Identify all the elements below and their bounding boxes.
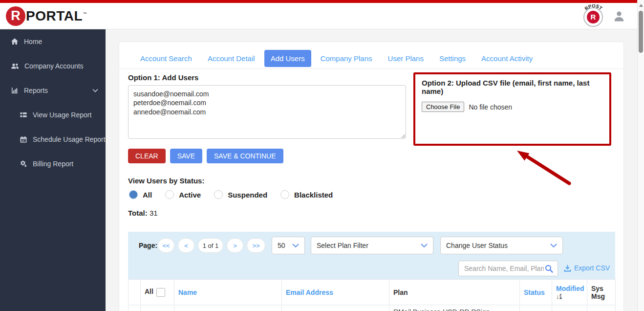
modified-label: Modified [556,285,583,292]
row-checkbox-cell [141,305,174,311]
radio-option-suspended[interactable]: Suspended [214,190,267,199]
users-table: All Name Email Address Plan Status Modif… [128,279,616,311]
search-input[interactable] [463,264,545,273]
logo-r-icon: R [6,6,25,26]
row-modified-cell [552,305,587,311]
download-icon [564,265,571,272]
sidebar-item-reports[interactable]: Reports [0,78,106,103]
list-grid-icon [20,111,27,119]
total-label: Total: [128,209,148,217]
form-actions: CLEAR SAVE SAVE & CONTINUE [128,149,283,163]
total-value: 31 [150,209,158,217]
pagination-toolbar: Page: << < 1 of 1 > >> 50 Select Plan Fi… [128,232,615,279]
first-page-button[interactable]: << [158,238,174,253]
page-size-value: 50 [278,242,285,249]
sidebar-item-view-usage-report[interactable]: View Usage Report [0,103,106,127]
view-users-by-status-label: View Users by Status: [128,177,204,185]
app-window: R PORTAL™ R RPOST Home Company Accounts [0,0,644,311]
tab-add-users[interactable]: Add Users [264,50,311,67]
select-all-checkbox[interactable] [156,288,165,297]
plan-filter-select[interactable]: Select Plan Filter [311,237,433,254]
save-button[interactable]: SAVE [170,149,202,163]
scrollbar-up-arrow-icon[interactable] [639,4,643,7]
sidebar-item-company-accounts[interactable]: Company Accounts [0,54,106,78]
change-user-status-value: Change User Status [446,242,508,249]
radio-option-blacklisted[interactable]: Blacklisted [280,190,333,199]
name-column-header[interactable]: Name [174,280,282,305]
export-csv-label: Export CSV [574,264,610,272]
svg-text:RPOST: RPOST [583,4,603,11]
radio-option-all[interactable]: All [129,190,152,199]
content-area: Account Search Account Detail Add Users … [106,29,637,311]
add-users-textarea[interactable]: susandoe@noemail.com peterdoe@noemail.co… [128,85,406,139]
sidebar-item-label: Home [24,38,42,45]
modified-column-header[interactable]: Modified ↓ZA [552,280,587,305]
table-row[interactable]: RMail Business-USD-RP-RSign-Renewal [129,305,616,311]
search-icon[interactable] [545,265,553,273]
chevron-down-icon [92,89,98,92]
user-profile-icon[interactable] [613,10,625,22]
select-all-header: All [141,280,174,305]
tab-user-plans[interactable]: User Plans [382,50,430,67]
chevron-down-icon [292,244,299,247]
chevron-down-icon [550,244,557,247]
sidebar-item-schedule-usage-report[interactable]: Schedule Usage Report [0,127,106,152]
main-panel: Account Search Account Detail Add Users … [119,42,624,311]
save-continue-button[interactable]: SAVE & CONTINUE [207,149,283,163]
sidebar-item-home[interactable]: Home [0,29,106,54]
rpost-badge-icon: R RPOST [581,4,605,28]
svg-text:R: R [591,13,596,21]
sort-alpha-down-icon[interactable]: ↓ZA [556,294,562,300]
tab-account-detail[interactable]: Account Detail [201,50,261,67]
chevron-down-icon [421,244,428,247]
scrollbar-thumb[interactable] [639,11,643,53]
table-header-row: All Name Email Address Plan Status Modif… [129,280,616,305]
sidebar-nav: Home Company Accounts Reports View Usage… [0,29,106,311]
status-column-header[interactable]: Status [520,280,552,305]
vertical-scrollbar[interactable] [637,0,644,311]
row-handle-header [129,280,141,305]
sidebar-item-label: Reports [24,87,48,94]
choose-file-button[interactable]: Choose File [422,102,464,112]
radio-button[interactable] [214,190,223,199]
sidebar-item-billing-report[interactable]: Billing Report [0,152,106,176]
current-page-indicator: 1 of 1 [198,238,223,253]
sidebar-item-label: Schedule Usage Report [33,135,106,143]
tab-company-plans[interactable]: Company Plans [314,50,379,67]
change-user-status-select[interactable]: Change User Status [440,237,563,254]
option1-label: Option 1: Add Users [128,73,198,82]
row-plan-cell: RMail Business-USD-RP-RSign-Renewal [389,305,520,311]
radio-button-selected[interactable] [129,190,138,199]
radio-button[interactable] [165,190,174,199]
prev-page-button[interactable]: < [178,238,194,253]
sys-msg-column-header: Sys Msg [587,280,616,305]
email-column-header[interactable]: Email Address [282,280,389,305]
radio-button[interactable] [280,190,289,199]
row-handle-cell [129,305,141,311]
tab-bar: Account Search Account Detail Add Users … [119,48,623,69]
option2-label: Option 2: Upload CSV file (email, first … [422,79,603,95]
page-size-select[interactable]: 50 [272,237,305,254]
sidebar-item-label: Company Accounts [24,62,84,70]
sidebar-item-label: View Usage Report [33,111,91,119]
tab-account-activity[interactable]: Account Activity [475,50,539,67]
no-file-chosen-text: No file chosen [469,103,512,111]
radio-label: Active [179,191,201,199]
next-page-button[interactable]: > [227,238,243,253]
users-icon [11,62,19,70]
sidebar-item-label: Billing Report [33,160,73,168]
radio-label: All [143,191,152,199]
tab-settings[interactable]: Settings [433,50,472,67]
export-csv-link[interactable]: Export CSV [564,264,610,272]
row-name-cell [174,305,282,311]
radio-label: Blacklisted [294,191,333,199]
cogs-icon [20,160,27,168]
tab-account-search[interactable]: Account Search [134,50,198,67]
bar-chart-icon [11,87,19,94]
rportal-logo[interactable]: R PORTAL™ [6,6,87,26]
header-right: R RPOST [581,4,625,28]
select-all-label: All [145,288,153,295]
radio-option-active[interactable]: Active [165,190,201,199]
clear-button[interactable]: CLEAR [128,149,166,163]
last-page-button[interactable]: >> [247,238,265,253]
